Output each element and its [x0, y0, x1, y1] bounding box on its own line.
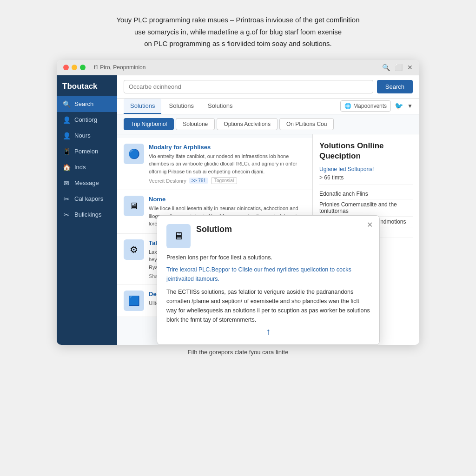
browser-window: f1 Piro, Peopnminion 🔍 ⬜ ✕ Tboutack 🔍 Se…	[57, 60, 419, 345]
result-author-1: Veereit Deslonry	[149, 178, 186, 184]
minimize-button[interactable]	[72, 65, 77, 70]
sidebar-label-contiorg: Contiorg	[74, 116, 97, 123]
result-thumb-3: ⚙	[124, 239, 144, 260]
popup-thumb: 🖥	[166, 224, 191, 248]
app-layout: Tboutack 🔍 Search 👤 Contiorg 👤 Nours 📱 P…	[57, 75, 419, 345]
window-icon[interactable]: ⬜	[395, 64, 403, 71]
search-button[interactable]: Search	[377, 80, 413, 93]
result-badge-1: >> 761	[189, 178, 208, 184]
subtab-options[interactable]: Options Acclvitions	[217, 118, 278, 130]
footer-note: Filh the gorepors clate fyou cara lintte	[188, 349, 289, 356]
sidebar-item-contiorg[interactable]: 👤 Contiorg	[57, 112, 117, 128]
popup-link-para: Trire lexoral PLC.Beppor to Clisle our f…	[166, 265, 370, 284]
popup-title: Solutiom	[196, 224, 232, 235]
sidebar-item-cal[interactable]: ✂ Cal kapors	[57, 191, 117, 207]
result-desc-1: Vio entreity ifate caniblot, our nodeod …	[149, 152, 306, 176]
close-button[interactable]	[63, 65, 69, 70]
mail-icon: ✉	[62, 179, 71, 187]
title-bar-controls: 🔍 ⬜ ✕	[382, 64, 413, 71]
tab-solutions-2[interactable]: Solutions	[162, 99, 200, 114]
sidebar-label-pomelon: Pomelon	[74, 148, 98, 155]
sidebar-item-pomelon[interactable]: 📱 Pomelon	[57, 144, 117, 159]
sidebar-brand: Tboutack	[57, 75, 117, 96]
tab-solutions-1[interactable]: Solutions	[124, 99, 161, 114]
close-icon[interactable]: ✕	[407, 64, 413, 71]
map-button[interactable]: 🌐 Mapoonvents	[340, 100, 391, 112]
results-area: 🔵 Modalry for Arphlises Vio entreity ifa…	[117, 134, 419, 345]
sidebar: Tboutack 🔍 Search 👤 Contiorg 👤 Nours 📱 P…	[57, 75, 117, 345]
search-icon[interactable]: 🔍	[382, 64, 390, 71]
side-panel-item-1[interactable]: Edonafic anch Flins	[319, 189, 413, 199]
search-bar-area: Search	[117, 75, 419, 99]
sidebar-label-search: Search	[74, 100, 93, 107]
side-panel-title: Yolutions Onlline Queciption	[319, 141, 413, 161]
popup-close-button[interactable]: ✕	[367, 220, 373, 229]
popup-header: 🖥 Solutiom	[166, 224, 370, 248]
tab-extra: 🌐 Mapoonvents 🐦 ▼	[340, 100, 413, 112]
side-panel-count: > 66 timts	[319, 174, 413, 181]
result-title-2: Nome	[149, 196, 306, 203]
tab-solutions-3[interactable]: Solutions	[201, 99, 239, 114]
traffic-lights	[63, 65, 86, 70]
popup-body-text: The ECTIISs solutions, pas felatior to v…	[166, 287, 370, 324]
scissors-icon-2: ✂	[62, 211, 71, 218]
sidebar-label-nours: Nours	[74, 132, 91, 139]
user-icon-2: 👤	[62, 132, 71, 139]
sidebar-item-inds[interactable]: 🏠 Inds	[57, 159, 117, 175]
user-icon: 👤	[62, 116, 71, 124]
window-title: f1 Piro, Peopnminion	[94, 64, 377, 71]
sidebar-label-message: Message	[74, 179, 99, 186]
popup-body: Presien ions per for foce liest a soluti…	[166, 253, 370, 324]
sidebar-label-inds: Inds	[74, 164, 86, 171]
globe-icon: 🌐	[344, 103, 351, 109]
result-title-1: Modalry for Arphlises	[149, 144, 306, 151]
popup-arrow: ↑	[166, 326, 370, 337]
result-meta-1: Veereit Deslonry >> 761 Togonsial	[149, 177, 306, 184]
popup-link[interactable]: Trire lexoral PLC.Beppor to Clisle our f…	[166, 266, 351, 282]
twitter-icon[interactable]: 🐦	[395, 102, 403, 110]
title-bar: f1 Piro, Peopnminion 🔍 ⬜ ✕	[57, 60, 419, 75]
result-thumb-4: 🟦	[124, 291, 144, 311]
subtab-row: Trip Nigrbomol Soloutone Options Acclvit…	[117, 114, 419, 134]
side-panel-item-2[interactable]: Prionies Comemuasiite and the tonluttorn…	[319, 199, 413, 217]
result-thumb-1: 🔵	[124, 144, 144, 164]
scissors-icon: ✂	[62, 195, 71, 203]
sidebar-item-search[interactable]: 🔍 Search	[57, 96, 117, 112]
home-icon: 🏠	[62, 164, 71, 171]
sidebar-item-message[interactable]: ✉ Message	[57, 175, 117, 191]
subtab-soloutone[interactable]: Soloutone	[176, 118, 215, 130]
subtab-on-pl[interactable]: On PLitions Cou	[279, 118, 334, 130]
sidebar-item-nours[interactable]: 👤 Nours	[57, 128, 117, 144]
search-icon: 🔍	[62, 100, 71, 108]
popup-line1: Presien ions per for foce liest a soluti…	[166, 253, 370, 262]
side-panel-link[interactable]: Uglane led Soltupons!	[319, 166, 413, 172]
phone-icon: 📱	[62, 148, 71, 155]
sidebar-label-cal: Cal kapors	[74, 195, 103, 202]
result-badge-label-1: Togonsial	[211, 177, 237, 184]
result-thumb-2: 🖥	[124, 196, 144, 216]
sidebar-label-bul: Bulickings	[74, 211, 102, 218]
page-description: Youy PLC programming rake msues – Printr…	[116, 14, 359, 50]
sidebar-item-bul[interactable]: ✂ Bulickings	[57, 207, 117, 223]
main-content: Search Solutions Solutions Solutions 🌐 M…	[117, 75, 419, 345]
main-tab-row: Solutions Solutions Solutions 🌐 Mapoonve…	[117, 99, 419, 114]
result-body-1: Modalry for Arphlises Vio entreity ifate…	[149, 144, 306, 185]
result-card-1[interactable]: 🔵 Modalry for Arphlises Vio entreity ifa…	[117, 138, 312, 191]
maximize-button[interactable]	[80, 65, 86, 70]
popup-card: ✕ 🖥 Solutiom Presien ions per for foce l…	[157, 215, 380, 345]
chevron-down-icon[interactable]: ▼	[407, 103, 413, 109]
subtab-trip[interactable]: Trip Nigrbomol	[124, 118, 174, 130]
search-input[interactable]	[124, 80, 373, 93]
